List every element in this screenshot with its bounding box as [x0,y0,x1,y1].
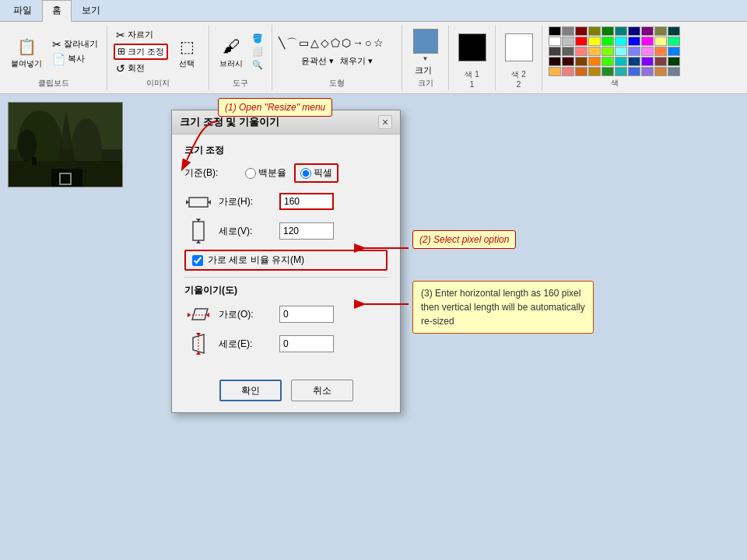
color-cell-48[interactable] [654,67,667,76]
cut-button[interactable]: ✂ 잘라내기 [50,37,100,51]
pentagon-icon[interactable]: ⬠ [331,37,340,51]
horizontal-input[interactable] [279,193,334,210]
section-divider [184,277,388,278]
fill-button[interactable]: 🪣 [250,33,265,44]
color-cell-10[interactable] [549,37,561,46]
color-cell-30[interactable] [549,57,561,66]
color-cell-8[interactable] [654,26,667,36]
star-icon[interactable]: ☆ [374,37,384,51]
brush-button[interactable]: 🖌 브러시 [216,33,247,70]
size-dropdown-arrow[interactable]: ▼ [423,55,429,62]
color-cell-11[interactable] [562,37,574,46]
color-cell-40[interactable] [549,67,561,76]
ellipse-icon[interactable]: ○ [365,37,371,51]
color-cell-15[interactable] [615,37,627,46]
color-cell-24[interactable] [601,47,614,56]
skew-h-row: 가로(O): [184,303,388,325]
tab-file[interactable]: 파일 [3,0,42,21]
color2-swatch[interactable] [505,33,533,61]
color-cell-5[interactable] [615,26,627,36]
color1-swatch[interactable] [458,33,486,61]
clipboard-small-buttons: ✂ 잘라내기 📄 복사 [50,37,100,66]
color-cell-41[interactable] [562,67,574,76]
color-cell-47[interactable] [641,67,654,76]
color-cell-17[interactable] [641,37,654,46]
size-display-box[interactable] [413,29,438,54]
color-cell-49[interactable] [668,67,680,76]
color-cell-25[interactable] [615,47,627,56]
select-button[interactable]: ⬚ 선택 [171,33,202,70]
vertical-input[interactable] [279,222,334,240]
color-cell-4[interactable] [601,26,614,36]
color-cell-0[interactable] [549,26,561,36]
color-cell-2[interactable] [575,26,587,36]
rotate-label: 회전 [128,62,145,74]
color-cell-38[interactable] [654,57,667,66]
color-cell-12[interactable] [575,37,587,46]
triangle-icon[interactable]: △ [310,37,319,51]
color-cell-27[interactable] [641,47,654,56]
color-cell-39[interactable] [668,57,680,66]
eraser-button[interactable]: ⬜ [250,46,265,58]
color-cell-37[interactable] [641,57,654,66]
rect-icon[interactable]: ▭ [299,37,309,51]
color-cell-36[interactable] [628,57,640,66]
color-cell-44[interactable] [601,67,614,76]
resize-button[interactable]: ⊞ 크기 조정 [114,44,168,60]
paste-button[interactable]: 📋 붙여넣기 [6,31,47,72]
pixel-radio[interactable] [300,168,311,179]
tab-home[interactable]: 홈 [42,0,72,22]
color-cell-42[interactable] [575,67,587,76]
line-icon[interactable]: ╲ [279,37,285,51]
maintain-ratio-checkbox[interactable] [192,255,203,266]
color-cell-34[interactable] [601,57,614,66]
color-cell-26[interactable] [628,47,640,56]
color-cell-16[interactable] [628,37,640,46]
color-cell-43[interactable] [588,67,601,76]
percentage-radio-item[interactable]: 백분율 [245,166,286,180]
color-cell-7[interactable] [641,26,654,36]
color-cell-31[interactable] [562,57,574,66]
tab-view[interactable]: 보기 [72,0,110,21]
copy-button[interactable]: 📄 복사 [50,52,100,66]
color-cell-19[interactable] [668,37,680,46]
color-cell-35[interactable] [615,57,627,66]
color-cell-21[interactable] [562,47,574,56]
pixel-radio-item[interactable]: 픽셀 [294,163,338,183]
ok-button[interactable]: 확인 [219,380,282,401]
cancel-button[interactable]: 취소 [291,380,353,401]
color-cell-1[interactable] [562,26,574,36]
modal-close-button[interactable]: × [378,115,392,129]
color-cell-9[interactable] [668,26,680,36]
diamond-icon[interactable]: ◇ [321,37,329,51]
skew-h-input[interactable] [279,306,334,323]
skew-h-icon [186,306,211,323]
color-cell-32[interactable] [575,57,587,66]
color-cell-23[interactable] [588,47,601,56]
color-cell-33[interactable] [588,57,601,66]
color-cell-29[interactable] [668,47,680,56]
skew-h-icon-box [184,303,212,325]
color-cell-22[interactable] [575,47,587,56]
crop-label: 자르기 [128,29,153,40]
color-cell-13[interactable] [588,37,601,46]
color-cell-46[interactable] [628,67,640,76]
color-cell-18[interactable] [654,37,667,46]
ribbon: 파일 홈 보기 📋 붙여넣기 ✂ 잘라내기 📄 복사 [0,0,747,94]
fill-shape-button[interactable]: 채우기 ▾ [340,55,373,67]
outline-button[interactable]: 윤곽선 ▾ [301,55,334,67]
magnify-button[interactable]: 🔍 [250,59,265,71]
hexagon-icon[interactable]: ⬡ [342,37,351,51]
crop-button[interactable]: ✂ 자르기 [114,28,156,42]
rotate-button[interactable]: ↺ 회전 [114,61,147,75]
color-cell-28[interactable] [654,47,667,56]
arrow-icon[interactable]: → [352,37,363,51]
color-cell-3[interactable] [588,26,601,36]
skew-v-input[interactable] [279,335,334,352]
color-cell-6[interactable] [628,26,640,36]
color-cell-14[interactable] [601,37,614,46]
color-cell-20[interactable] [549,47,561,56]
color-cell-45[interactable] [615,67,627,76]
percentage-radio[interactable] [245,168,256,179]
curve-icon[interactable]: ⌒ [286,37,297,51]
